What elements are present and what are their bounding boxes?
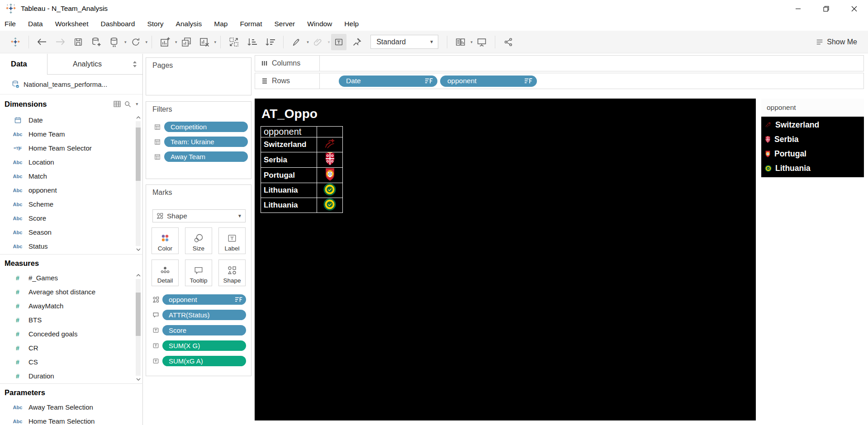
measure-field[interactable]: #Conceded goals xyxy=(0,327,132,341)
mark-type-caret[interactable]: ▼ xyxy=(234,213,245,218)
switzerland-crest-icon[interactable] xyxy=(324,138,336,150)
new-worksheet-caret[interactable]: ▾ xyxy=(175,40,177,44)
lithuania-crest-icon[interactable] xyxy=(323,183,336,196)
mark-pill-opponent[interactable]: opponent xyxy=(162,294,246,305)
parameter-field[interactable]: AbcAway Team Selection xyxy=(0,400,132,414)
label-button[interactable]: Label xyxy=(218,227,246,254)
menu-analysis[interactable]: Analysis xyxy=(176,20,202,28)
rows-pill-opponent[interactable]: opponent xyxy=(440,76,537,87)
dimension-field[interactable]: Date xyxy=(0,113,132,127)
save-button[interactable] xyxy=(71,34,86,50)
columns-shelf[interactable]: Columns xyxy=(255,55,864,71)
highlight-button[interactable] xyxy=(289,34,304,50)
duplicate-sheet-button[interactable] xyxy=(179,34,194,50)
clear-sheet-caret[interactable]: ▾ xyxy=(214,40,217,44)
restore-button[interactable] xyxy=(812,0,840,17)
legend-item-portugal[interactable]: Portugal xyxy=(761,146,864,161)
tooltip-button[interactable]: Tooltip xyxy=(185,260,212,286)
measures-scrollbar[interactable] xyxy=(135,272,142,383)
fit-selector[interactable]: Standard ▼ xyxy=(370,35,438,49)
dimension-field[interactable]: AbcSeason xyxy=(0,225,132,239)
show-hide-cards-caret[interactable]: ▾ xyxy=(470,40,473,44)
parameter-field[interactable]: AbcHome Team Selection xyxy=(0,414,132,425)
new-worksheet-button[interactable] xyxy=(157,34,173,50)
measure-field[interactable]: #Duration xyxy=(0,369,132,383)
menu-dashboard[interactable]: Dashboard xyxy=(101,20,135,28)
dimension-field[interactable]: AbcStatus xyxy=(0,239,132,253)
clear-sheet-button[interactable] xyxy=(197,34,212,50)
filter-pill-competition[interactable]: Competition xyxy=(164,122,248,132)
scroll-down-icon[interactable] xyxy=(135,246,142,253)
rows-shelf[interactable]: Rows Date opponent xyxy=(255,73,864,89)
scroll-down-icon[interactable] xyxy=(135,376,142,383)
measure-field[interactable]: #AwayMatch xyxy=(0,299,132,313)
sort-ascending-button[interactable] xyxy=(244,34,260,50)
sorted-field-icon[interactable] xyxy=(525,78,532,84)
menu-file[interactable]: File xyxy=(5,20,16,28)
redo-button[interactable] xyxy=(52,34,68,50)
rows-pill-date[interactable]: Date xyxy=(339,76,437,87)
dimension-field[interactable]: AbcLocation xyxy=(0,155,132,169)
filter-pill-team-ukraine[interactable]: Team: Ukraine xyxy=(164,137,248,147)
table-row[interactable]: Switzerland xyxy=(261,137,343,152)
group-members-caret[interactable]: ▾ xyxy=(328,40,330,44)
legend-item-serbia[interactable]: Serbia xyxy=(761,132,864,146)
detail-button[interactable]: Detail xyxy=(152,260,179,286)
share-button[interactable] xyxy=(501,34,516,50)
dimension-field[interactable]: AbcScheme xyxy=(0,197,132,211)
dimension-field[interactable]: Abcopponent xyxy=(0,183,132,197)
dimensions-scrollbar[interactable] xyxy=(135,114,142,253)
table-row[interactable]: Portugal xyxy=(261,168,343,183)
tab-analytics[interactable]: Analytics xyxy=(47,54,127,74)
view-data-icon[interactable] xyxy=(114,100,121,108)
pause-auto-updates-button[interactable] xyxy=(107,34,122,50)
new-data-source-button[interactable] xyxy=(89,34,104,50)
scroll-up-icon[interactable] xyxy=(135,114,142,121)
show-mark-labels-button[interactable] xyxy=(331,34,346,50)
dimension-field[interactable]: AbcMatch xyxy=(0,169,132,183)
mark-pill-sum-xga[interactable]: SUM(xG A) xyxy=(162,356,246,366)
shape-button[interactable]: Shape xyxy=(218,260,246,286)
sorted-field-icon[interactable] xyxy=(235,297,242,302)
menu-data[interactable]: Data xyxy=(28,20,43,28)
run-update-button[interactable] xyxy=(128,34,143,50)
highlight-caret[interactable]: ▾ xyxy=(307,40,309,44)
menu-story[interactable]: Story xyxy=(147,20,163,28)
undo-button[interactable] xyxy=(34,34,50,50)
menu-help[interactable]: Help xyxy=(344,20,359,28)
close-button[interactable] xyxy=(840,0,868,17)
data-pane-menu-caret[interactable]: ▾ xyxy=(136,102,138,106)
measure-field[interactable]: ##_Games xyxy=(0,271,132,285)
serbia-crest-icon[interactable] xyxy=(324,152,336,165)
find-field-icon[interactable] xyxy=(124,101,131,108)
table-row[interactable]: Lithuania xyxy=(261,198,343,213)
presentation-mode-button[interactable] xyxy=(474,34,489,50)
sort-descending-button[interactable] xyxy=(262,34,278,50)
tab-data[interactable]: Data xyxy=(0,54,47,75)
fit-selector-caret[interactable]: ▼ xyxy=(425,35,438,48)
minimize-button[interactable] xyxy=(784,0,812,17)
table-row[interactable]: Serbia xyxy=(261,152,343,168)
group-members-button[interactable] xyxy=(310,34,326,50)
measure-field[interactable]: #Average shot distance xyxy=(0,285,132,299)
menu-server[interactable]: Server xyxy=(275,20,295,28)
sorted-field-icon[interactable] xyxy=(425,78,433,84)
mark-pill-sum-xg[interactable]: SUM(X G) xyxy=(162,340,246,351)
measure-field[interactable]: #BTS xyxy=(0,313,132,327)
mark-type-dropdown[interactable]: Shape ▼ xyxy=(152,209,246,222)
size-button[interactable]: Size xyxy=(185,227,212,254)
show-hide-cards-button[interactable] xyxy=(453,34,468,50)
menu-window[interactable]: Window xyxy=(307,20,332,28)
table-row[interactable]: Lithuania xyxy=(261,183,343,198)
worksheet-canvas[interactable]: AT_Oppo opponent Switzerland Serbia Port… xyxy=(255,99,756,420)
filter-pill-away-team[interactable]: Away Team xyxy=(164,151,248,162)
dimension-field[interactable]: =T|FHome Team Selector xyxy=(0,141,132,155)
pause-auto-updates-caret[interactable]: ▾ xyxy=(124,40,127,44)
mark-pill-attr-status[interactable]: ATTR(Status) xyxy=(162,310,246,320)
portugal-crest-icon[interactable] xyxy=(324,168,336,181)
dimension-field[interactable]: AbcScore xyxy=(0,211,132,225)
menu-format[interactable]: Format xyxy=(240,20,262,28)
scroll-up-icon[interactable] xyxy=(135,272,142,279)
lithuania-crest-icon[interactable] xyxy=(323,198,336,211)
show-me-button[interactable]: Show Me xyxy=(816,31,857,53)
